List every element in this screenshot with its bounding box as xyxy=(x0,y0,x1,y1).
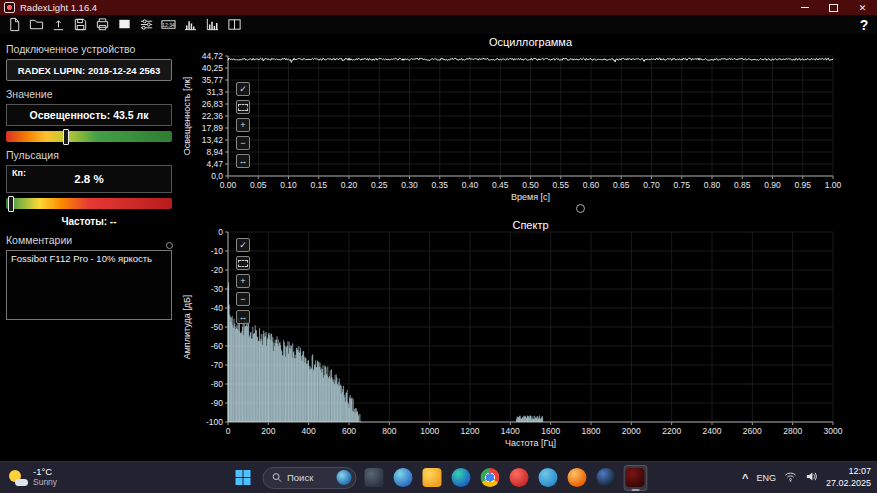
svg-text:0,0: 0,0 xyxy=(211,171,223,181)
search-box[interactable]: Поиск xyxy=(262,467,356,489)
time-mode-button[interactable]: 12:34 xyxy=(158,16,179,33)
wifi-icon[interactable] xyxy=(784,469,797,487)
illuminance-scale[interactable] xyxy=(6,131,172,142)
svg-text:2400: 2400 xyxy=(703,426,722,436)
cursor-button[interactable]: ✓ xyxy=(236,238,250,252)
maximize-button[interactable] xyxy=(819,0,848,15)
spectrum-view-button[interactable] xyxy=(202,16,223,33)
toolbar: 12:34 ? xyxy=(0,15,877,34)
white-screen-button[interactable] xyxy=(114,16,135,33)
taskbar-app-steam[interactable] xyxy=(594,465,618,491)
telegram-icon xyxy=(539,468,558,487)
radexlight-app-window: RadexLight 1.16.4 ✕ 12:34 ? Подключенное… xyxy=(0,0,877,493)
language-indicator[interactable]: ENG xyxy=(756,473,776,483)
save-floppy-icon xyxy=(73,17,88,32)
help-button[interactable]: ? xyxy=(855,16,873,33)
taskbar-app-telegram[interactable] xyxy=(536,465,560,491)
kp-value: 2.8 % xyxy=(7,166,171,185)
start-button[interactable] xyxy=(230,465,256,491)
clock-widget[interactable]: 12:07 27.02.2025 xyxy=(826,466,871,489)
svg-text:0.05: 0.05 xyxy=(250,180,267,190)
spectrum-title: Спектр xyxy=(228,219,833,231)
taskbar-app-task-view[interactable] xyxy=(362,465,386,491)
spectrum-chart[interactable]: 0200400600800100012001400160018002000220… xyxy=(178,212,877,460)
white-square-icon xyxy=(117,17,132,32)
bar-chart-icon xyxy=(205,17,220,32)
svg-text:-20: -20 xyxy=(211,265,224,275)
taskbar-app-file-explorer[interactable] xyxy=(420,465,444,491)
svg-text:12:34: 12:34 xyxy=(162,22,175,28)
svg-text:0.40: 0.40 xyxy=(462,180,479,190)
taskbar-app-edge[interactable] xyxy=(449,465,473,491)
clock-1234-icon: 12:34 xyxy=(161,17,176,32)
taskbar-weather-widget[interactable]: -1°C Sunny xyxy=(8,462,57,493)
zoom-window-button[interactable] xyxy=(236,256,250,270)
taskbar-app-chrome[interactable] xyxy=(478,465,502,491)
pan-button[interactable]: ↔ xyxy=(236,154,250,168)
taskbar-app-copilot[interactable] xyxy=(391,465,415,491)
cursor-button[interactable]: ✓ xyxy=(236,82,250,96)
window-title: RadexLight 1.16.4 xyxy=(20,2,97,13)
svg-text:1600: 1600 xyxy=(541,426,560,436)
kp-readout: Кп: 2.8 % xyxy=(6,165,172,193)
svg-text:44,72: 44,72 xyxy=(202,51,224,61)
print-button[interactable] xyxy=(92,16,113,33)
svg-text:0.80: 0.80 xyxy=(704,180,721,190)
spectrum-toolbar: ✓+−↔ xyxy=(236,238,250,324)
svg-text:-90: -90 xyxy=(211,398,224,408)
svg-text:0.90: 0.90 xyxy=(764,180,781,190)
svg-text:31,3: 31,3 xyxy=(206,87,223,97)
comments-input[interactable]: Fossibot F112 Pro - 10% яркость xyxy=(6,250,172,320)
system-tray: ^ ENG 12:07 27.02.2025 xyxy=(742,462,871,493)
svg-text:Амплитуда [дБ]: Амплитуда [дБ] xyxy=(182,295,192,360)
settings-button[interactable] xyxy=(136,16,157,33)
svg-text:2800: 2800 xyxy=(783,426,802,436)
svg-text:3000: 3000 xyxy=(824,426,843,436)
histogram-button[interactable] xyxy=(180,16,201,33)
minimize-icon xyxy=(801,7,809,8)
zoom-in-button[interactable]: + xyxy=(236,274,250,288)
spectrum-plot[interactable]: 0200400600800100012001400160018002000220… xyxy=(178,212,877,460)
minimize-button[interactable] xyxy=(790,0,819,15)
pulsation-slider[interactable] xyxy=(8,196,14,212)
pan-button[interactable]: ↔ xyxy=(236,310,250,324)
svg-text:Частота [Гц]: Частота [Гц] xyxy=(505,438,556,448)
splitter-handle[interactable] xyxy=(576,204,585,213)
edge-icon xyxy=(452,468,471,487)
svg-text:0.35: 0.35 xyxy=(431,180,448,190)
illuminance-slider[interactable] xyxy=(63,129,69,145)
device-button[interactable]: RADEX LUPIN: 2018-12-24 2563 xyxy=(6,59,172,81)
tray-chevron-up-icon[interactable]: ^ xyxy=(742,472,748,484)
frequencies-label: Частоты: -- xyxy=(6,216,172,227)
zoom-in-button[interactable]: + xyxy=(236,118,250,132)
zoom-out-button[interactable]: − xyxy=(236,136,250,150)
oscillogram-chart[interactable]: 0.000.050.100.150.200.250.300.350.400.45… xyxy=(178,34,877,208)
search-daily-icon xyxy=(336,470,351,485)
histogram-icon xyxy=(183,17,198,32)
comments-resize-handle[interactable] xyxy=(166,242,173,249)
zoom-out-button[interactable]: − xyxy=(236,292,250,306)
taskbar-app-opera[interactable] xyxy=(507,465,531,491)
open-file-button[interactable] xyxy=(26,16,47,33)
svg-text:0.55: 0.55 xyxy=(552,180,569,190)
export-arrow-icon xyxy=(51,17,66,32)
tray-time: 12:07 xyxy=(826,466,871,477)
volume-icon[interactable] xyxy=(805,469,818,487)
save-button[interactable] xyxy=(70,16,91,33)
oscillogram-plot[interactable]: 0.000.050.100.150.200.250.300.350.400.45… xyxy=(178,34,877,208)
export-button[interactable] xyxy=(48,16,69,33)
copilot-icon xyxy=(394,468,413,487)
taskbar-app-radexlight[interactable] xyxy=(623,465,647,491)
svg-text:0.75: 0.75 xyxy=(673,180,690,190)
new-file-button[interactable] xyxy=(4,16,25,33)
layout-button[interactable] xyxy=(224,16,245,33)
taskbar-app-firefox[interactable] xyxy=(565,465,589,491)
close-button[interactable]: ✕ xyxy=(848,0,877,15)
svg-text:Освещенность [лк]: Освещенность [лк] xyxy=(182,77,192,155)
svg-text:-70: -70 xyxy=(211,360,224,370)
svg-text:0.65: 0.65 xyxy=(613,180,630,190)
file-explorer-icon xyxy=(423,468,442,487)
zoom-window-button[interactable] xyxy=(236,100,250,114)
pulsation-scale[interactable] xyxy=(6,198,172,209)
svg-text:26,83: 26,83 xyxy=(202,99,224,109)
